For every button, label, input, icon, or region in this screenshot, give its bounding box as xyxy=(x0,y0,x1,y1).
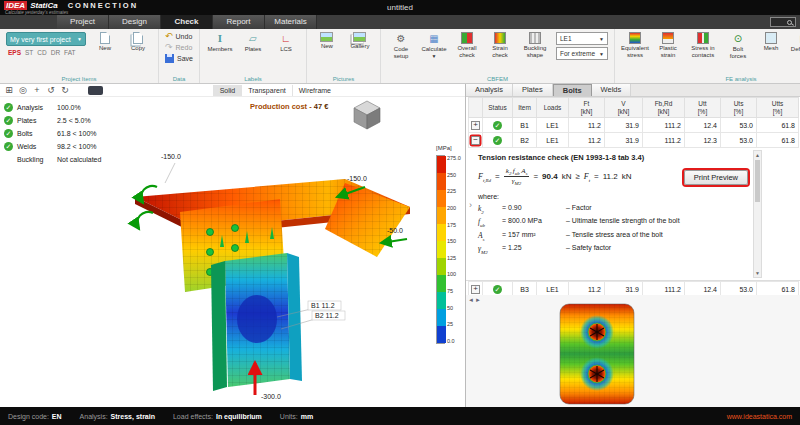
viewport-canvas[interactable]: -150.0 -150.0 -50.0 B1 11.2 B2 11.2 -300… xyxy=(0,97,465,407)
stress-contacts-icon xyxy=(697,32,709,44)
document-title: untitled xyxy=(0,3,800,12)
tab-bolts[interactable]: Bolts xyxy=(553,84,592,96)
new-project-item-button[interactable]: New xyxy=(91,32,119,73)
undo-button[interactable]: ↶ Undo xyxy=(165,32,193,41)
splitter-left-icon[interactable]: ◄ xyxy=(468,297,474,303)
tab-project[interactable]: Project xyxy=(57,15,109,29)
bolt-forces-button[interactable]: ⊙ Bolt forces xyxy=(724,32,752,73)
splitter-right-icon[interactable]: ► xyxy=(475,297,481,303)
new-picture-button[interactable]: New xyxy=(313,32,341,73)
definition-row: fub = 800.0 MPa – Ultimate tensile stren… xyxy=(478,217,740,228)
expand-row-button[interactable]: + xyxy=(471,285,480,294)
website-link[interactable]: www.ideastatica.com xyxy=(727,413,792,420)
col-utt: Utt[%] xyxy=(685,98,721,118)
fit-view-button[interactable]: ⊞ xyxy=(2,85,16,96)
group-data: ↶ Undo ↷ Redo Save Data xyxy=(159,29,200,83)
scroll-down-icon[interactable]: ▼ xyxy=(755,270,760,276)
print-preview-button[interactable]: Print Preview xyxy=(684,170,748,185)
plastic-strain-icon xyxy=(662,32,674,44)
pan-button[interactable]: + xyxy=(30,85,44,96)
group-label-fe-analysis: FE analysis xyxy=(615,76,800,82)
splitter-arrows[interactable]: ◄ ► xyxy=(468,297,481,303)
overall-check-button[interactable]: Overall check xyxy=(453,32,481,73)
redo-button[interactable]: ↷ Redo xyxy=(165,43,193,52)
idea-statica-connection-window: IDEA StatiCa CONNECTION Calculate yester… xyxy=(0,0,800,425)
ribbon-tab-bar: Project Design Check Report Materials xyxy=(0,15,800,29)
title-bar: IDEA StatiCa CONNECTION Calculate yester… xyxy=(0,0,800,15)
design-code-status: Design code: EN xyxy=(8,413,62,420)
check-ok-icon: ✓ xyxy=(4,129,13,138)
status-ok-icon: ✓ xyxy=(493,121,502,130)
chevron-down-icon: ▼ xyxy=(599,51,604,57)
bolt-contour-plot xyxy=(554,302,640,406)
equivalent-stress-button[interactable]: Equivalent stress xyxy=(621,32,649,73)
rotate-right-button[interactable]: ↻ xyxy=(58,85,72,96)
render-mode-transparent[interactable]: Transparent xyxy=(241,85,291,96)
check-ok-icon: ✓ xyxy=(4,142,13,151)
render-mode-solid[interactable]: Solid xyxy=(213,85,242,96)
table-row[interactable]: + ✓ B1 LE1 11.2 31.9 111.2 12.4 53.0 61.… xyxy=(469,118,799,133)
tab-analysis[interactable]: Analysis xyxy=(466,84,513,96)
rotate-left-button[interactable]: ↺ xyxy=(44,85,58,96)
strain-check-icon xyxy=(494,32,506,44)
tab-materials[interactable]: Materials xyxy=(265,15,317,29)
tab-check[interactable]: Check xyxy=(161,15,213,29)
mode-eps[interactable]: EPS xyxy=(8,49,21,56)
table-row[interactable]: − ✓ B2 LE1 11.2 31.9 111.2 12.3 53.0 61.… xyxy=(469,133,799,148)
calculate-button[interactable]: ▦ Calculate ▼ xyxy=(420,32,448,73)
buckling-shape-button[interactable]: Buckling shape xyxy=(519,32,551,73)
zoom-button[interactable]: ◎ xyxy=(16,85,30,96)
production-cost: Production cost - 47 € xyxy=(250,102,328,111)
stress-in-contacts-button[interactable]: Stress in contacts xyxy=(687,32,719,73)
group-cbfem: ⚙ Code setup ▦ Calculate ▼ Overall check… xyxy=(381,29,615,83)
load-case-dropdown[interactable]: LE1 ▼ xyxy=(556,32,608,45)
bolts-table: Status Item Loads Ft[kN] V[kN] Fb,Rd[kN]… xyxy=(468,97,799,148)
expand-row-button[interactable]: + xyxy=(471,121,480,130)
labels-lcs-toggle[interactable]: ∟ LCS xyxy=(272,32,300,73)
code-mode-switch: EPS ST CD DR FAT xyxy=(6,49,86,56)
search-icon xyxy=(787,20,792,25)
mode-dr[interactable]: DR xyxy=(51,49,60,56)
collapse-row-button[interactable]: − xyxy=(471,136,480,145)
analysis-status: Analysis: Stress, strain xyxy=(80,413,155,420)
scrollbar-thumb[interactable] xyxy=(755,160,760,202)
render-mode-switch: Solid Transparent Wireframe xyxy=(213,85,337,96)
mode-cd[interactable]: CD xyxy=(37,49,46,56)
render-mode-wireframe[interactable]: Wireframe xyxy=(292,85,337,96)
load-effects-status: Load effects: In equilibrium xyxy=(173,413,262,420)
fem-model-3d[interactable]: -150.0 -150.0 -50.0 B1 11.2 B2 11.2 -300… xyxy=(15,137,435,402)
strain-check-button[interactable]: Strain check xyxy=(486,32,514,73)
mesh-button[interactable]: Mesh xyxy=(757,32,785,73)
summary-bolts: ✓ Bolts 61.8 < 100% xyxy=(4,127,101,140)
check-detail: Tension resistance check (EN 1993-1-8 ta… xyxy=(466,148,800,281)
comment-balloon-button[interactable] xyxy=(88,86,103,95)
tab-welds[interactable]: Welds xyxy=(592,84,632,96)
tab-plates[interactable]: Plates xyxy=(513,84,553,96)
group-fe-analysis: Equivalent stress Plastic strain Stress … xyxy=(615,29,800,83)
gear-icon: ⚙ xyxy=(394,32,407,45)
mode-st[interactable]: ST xyxy=(25,49,33,56)
copy-project-item-button[interactable]: Copy xyxy=(124,32,152,73)
chevron-right-icon[interactable]: › xyxy=(469,200,472,210)
search-box[interactable] xyxy=(770,17,796,27)
plastic-strain-button[interactable]: Plastic strain xyxy=(654,32,682,73)
load-label: -150.0 xyxy=(347,175,367,182)
extreme-dropdown[interactable]: For extreme ▼ xyxy=(556,47,608,60)
code-setup-button[interactable]: ⚙ Code setup xyxy=(387,32,415,73)
tab-design[interactable]: Design xyxy=(109,15,161,29)
view-cube[interactable] xyxy=(352,99,382,130)
save-icon xyxy=(165,54,174,63)
scroll-up-icon[interactable]: ▲ xyxy=(755,152,760,158)
check-detail-title: Tension resistance check (EN 1993-1-8 ta… xyxy=(478,153,740,162)
gallery-button[interactable]: Gallery xyxy=(346,32,374,73)
equivalent-stress-icon xyxy=(629,32,641,44)
labels-members-toggle[interactable]: I Members xyxy=(206,32,234,73)
project-selector-dropdown[interactable]: My very first project ▼ xyxy=(6,32,86,46)
tab-report[interactable]: Report xyxy=(213,15,265,29)
stress-color-scale: [MPa] 275.0 250 225 200 175 150 125 xyxy=(436,145,464,344)
mode-fat[interactable]: FAT xyxy=(64,49,75,56)
labels-plates-toggle[interactable]: ▱ Plates xyxy=(239,32,267,73)
deformed-button[interactable]: ▨ Deformed xyxy=(790,32,800,73)
save-button[interactable]: Save xyxy=(165,54,193,63)
detail-scrollbar[interactable]: ▲ ▼ xyxy=(753,150,762,278)
